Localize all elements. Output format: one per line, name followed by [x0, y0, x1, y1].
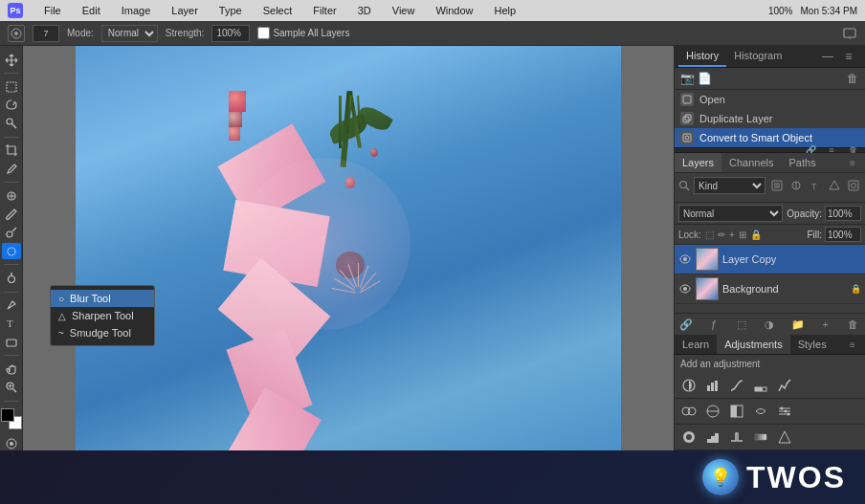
strength-input[interactable]: 100% — [211, 25, 250, 42]
menu-3d[interactable]: 3D — [354, 3, 375, 18]
lock-transparent-icon[interactable]: ⬚ — [705, 230, 714, 240]
lock-row: Lock: ⬚ ✏ + ⊞ 🔒 Fill: — [675, 225, 865, 245]
pixel-filter-icon[interactable] — [769, 178, 785, 193]
sample-all-checkbox[interactable] — [257, 27, 270, 39]
layers-filter-row: Kind T — [678, 177, 861, 194]
brightness-contrast-btn[interactable] — [678, 375, 699, 396]
layer-visibility-bg[interactable] — [678, 282, 692, 296]
layer-kind-filter[interactable]: Kind — [694, 177, 765, 194]
adjustment-filter-icon[interactable] — [788, 178, 804, 193]
color-swatches[interactable] — [1, 408, 22, 429]
menu-window[interactable]: Window — [432, 3, 477, 18]
blur-tool[interactable] — [2, 243, 21, 259]
tab-paths[interactable]: Paths — [782, 153, 824, 172]
tab-channels[interactable]: Channels — [721, 153, 781, 172]
link-layers-btn[interactable]: 🔗 — [678, 317, 694, 332]
sharpen-tool-option[interactable]: △ Sharpen Tool — [51, 307, 154, 324]
layer-visibility-copy[interactable] — [678, 252, 692, 266]
type-filter-icon[interactable]: T — [808, 178, 823, 193]
smartobj-filter-icon[interactable] — [846, 178, 861, 193]
tab-histogram[interactable]: Histogram — [726, 46, 789, 67]
smudge-tool-option[interactable]: ~ Smudge Tool — [51, 324, 154, 341]
menu-help[interactable]: Help — [491, 3, 521, 18]
history-panel-options[interactable]: ≡ — [840, 48, 857, 65]
hue-saturation-btn[interactable] — [678, 401, 699, 422]
layer-item-background[interactable]: Background 🔒 — [675, 274, 865, 304]
posterize-btn[interactable] — [702, 427, 723, 448]
type-tool[interactable]: T — [2, 316, 21, 332]
quick-mask-toggle[interactable] — [5, 437, 18, 450]
lock-artboard-icon[interactable]: ⊞ — [739, 230, 746, 240]
opacity-input[interactable] — [825, 206, 861, 221]
hand-tool[interactable] — [2, 361, 21, 377]
menu-edit[interactable]: Edit — [78, 3, 104, 18]
menu-file[interactable]: File — [40, 3, 65, 18]
shape-tool[interactable] — [2, 334, 21, 350]
healing-brush-tool[interactable] — [2, 187, 21, 204]
selective-color-btn[interactable] — [774, 427, 795, 448]
brush-tool[interactable] — [2, 207, 21, 223]
shape-filter-icon[interactable] — [827, 178, 842, 193]
photo-filter-btn[interactable] — [750, 401, 771, 422]
move-tool[interactable] — [2, 52, 21, 68]
history-panel-minimize[interactable]: — — [819, 48, 836, 65]
menu-type[interactable]: Type — [215, 3, 246, 18]
curves-btn[interactable] — [726, 375, 747, 396]
twos-logo[interactable]: 💡 TWOS — [702, 459, 846, 495]
create-new-doc-btn[interactable]: 📄 — [696, 70, 713, 87]
add-adjustment-btn[interactable]: ◑ — [762, 317, 777, 332]
delete-history-btn[interactable]: 🗑 — [844, 70, 861, 87]
invert-btn[interactable] — [678, 427, 699, 448]
blend-mode-select[interactable]: Normal — [678, 205, 783, 222]
lock-brush-icon[interactable]: ✏ — [718, 230, 725, 240]
lock-all-icon[interactable]: 🔒 — [750, 230, 762, 240]
vibrance-btn[interactable] — [774, 375, 795, 396]
tab-history[interactable]: History — [678, 46, 726, 67]
mode-label: Mode: — [67, 28, 94, 38]
bw-btn[interactable] — [726, 401, 747, 422]
dodge-tool[interactable] — [2, 270, 21, 286]
menu-select[interactable]: Select — [259, 3, 297, 18]
lasso-tool[interactable] — [2, 97, 21, 113]
add-layer-btn[interactable]: + — [818, 317, 833, 332]
tab-styles[interactable]: Styles — [790, 335, 834, 354]
blur-tool-option[interactable]: ○ Blur Tool — [51, 290, 154, 307]
crop-tool[interactable] — [2, 142, 21, 159]
quick-select-tool[interactable] — [2, 116, 21, 132]
add-group-btn[interactable]: 📁 — [790, 317, 806, 332]
menu-view[interactable]: View — [388, 3, 419, 18]
eyedropper-tool[interactable] — [2, 161, 21, 177]
channel-mixer-btn[interactable] — [774, 401, 795, 422]
fill-input[interactable] — [825, 227, 861, 242]
menu-layer[interactable]: Layer — [167, 3, 202, 18]
add-mask-btn[interactable]: ⬚ — [734, 317, 749, 332]
lock-position-icon[interactable]: + — [729, 230, 735, 240]
mode-select[interactable]: Normal Darken Lighten — [101, 25, 158, 42]
create-snapshot-btn[interactable]: 📷 — [678, 70, 696, 87]
brush-size-picker[interactable] — [8, 25, 25, 42]
adjustments-panel-options[interactable]: ≡ — [844, 336, 861, 353]
layer-item-copy[interactable]: Layer Copy — [675, 245, 865, 274]
canvas-image[interactable] — [76, 46, 621, 450]
marquee-tool[interactable] — [2, 78, 21, 95]
pen-tool[interactable] — [2, 296, 21, 313]
threshold-btn[interactable] — [726, 427, 747, 448]
exposure-btn[interactable] — [750, 375, 771, 396]
menu-image[interactable]: Image — [118, 3, 155, 18]
tab-learn[interactable]: Learn — [675, 335, 717, 354]
history-item-open[interactable]: Open — [675, 90, 865, 109]
menu-filter[interactable]: Filter — [309, 3, 340, 18]
gradient-map-btn[interactable] — [750, 427, 771, 448]
tool-tooltip[interactable]: ○ Blur Tool △ Sharpen Tool ~ Smudge Tool — [50, 285, 155, 346]
add-style-btn[interactable]: ƒ — [706, 317, 721, 332]
tab-layers[interactable]: Layers — [675, 153, 721, 172]
color-balance-btn[interactable] — [702, 401, 723, 422]
opacity-row: Opacity: — [787, 206, 861, 221]
levels-btn[interactable] — [702, 375, 723, 396]
layers-panel-options[interactable]: ≡ — [844, 154, 861, 171]
zoom-tool[interactable] — [2, 379, 21, 395]
history-item-duplicate[interactable]: Duplicate Layer — [675, 109, 865, 128]
delete-layer-btn[interactable]: 🗑 — [846, 317, 861, 332]
tab-adjustments[interactable]: Adjustments — [717, 335, 790, 354]
clone-stamp-tool[interactable] — [2, 225, 21, 241]
